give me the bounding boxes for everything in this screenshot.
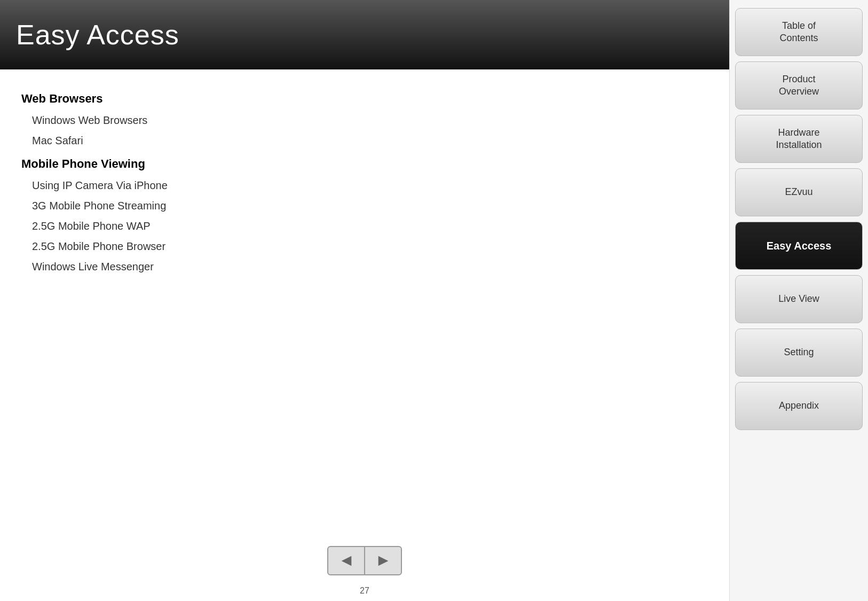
item-label: 3G Mobile Phone Streaming [32, 200, 166, 212]
prev-button[interactable] [327, 546, 365, 575]
svg-marker-9 [378, 556, 388, 566]
list-item[interactable]: Using IP Camera Via iPhone [21, 175, 708, 196]
list-item[interactable]: 2.5G Mobile Phone Browser [21, 236, 708, 256]
sidebar-btn-live-view[interactable]: Live View [735, 275, 863, 323]
content-body: Web Browsers Windows Web Browsers Mac Sa… [0, 69, 729, 535]
item-label: Windows Live Messenger [32, 261, 154, 273]
sidebar-btn-product-overview[interactable]: ProductOverview [735, 61, 863, 110]
next-button[interactable] [365, 546, 402, 575]
list-item[interactable]: 2.5G Mobile Phone WAP [21, 216, 708, 236]
list-item[interactable]: Windows Web Browsers [21, 110, 708, 130]
section-mobile-phone-viewing: Mobile Phone Viewing [21, 157, 708, 171]
sidebar-btn-table-of-contents[interactable]: Table ofContents [735, 8, 863, 56]
svg-marker-8 [341, 556, 351, 566]
header-banner: Easy Access [0, 0, 729, 69]
list-item[interactable]: Mac Safari [21, 130, 708, 151]
item-label: 2.5G Mobile Phone Browser [32, 240, 165, 253]
sidebar-btn-hardware-installation[interactable]: HardwareInstallation [735, 115, 863, 163]
bottom-navigation [0, 535, 729, 586]
page-title: Easy Access [16, 19, 179, 51]
item-label: 2.5G Mobile Phone WAP [32, 220, 151, 232]
sidebar: Table ofContents ProductOverview Hardwar… [729, 0, 868, 601]
item-label: Windows Web Browsers [32, 114, 147, 127]
section-web-browsers: Web Browsers [21, 92, 708, 106]
item-label: Mac Safari [32, 135, 83, 147]
sidebar-btn-appendix[interactable]: Appendix [735, 382, 863, 430]
sidebar-btn-easy-access[interactable]: Easy Access [735, 222, 863, 270]
list-item[interactable]: 3G Mobile Phone Streaming [21, 196, 708, 216]
list-item[interactable]: Windows Live Messenger [21, 256, 708, 277]
sidebar-btn-ezvuu[interactable]: EZvuu [735, 168, 863, 216]
page-number: 27 [0, 586, 729, 601]
item-label: Using IP Camera Via iPhone [32, 179, 168, 192]
main-content: Easy Access Web Browsers Windows Web Bro… [0, 0, 729, 601]
sidebar-btn-setting[interactable]: Setting [735, 329, 863, 377]
